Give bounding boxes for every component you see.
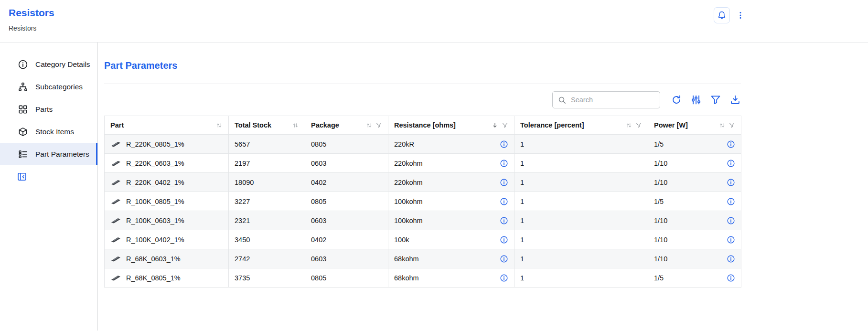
info-icon[interactable] xyxy=(500,255,508,263)
sidebar-item-part-parameters[interactable]: Part Parameters xyxy=(0,143,97,165)
package-cell: 0603 xyxy=(305,211,388,230)
sidebar-item-subcategories[interactable]: Subcategories xyxy=(0,75,97,98)
search-box[interactable] xyxy=(552,91,660,108)
search-input[interactable] xyxy=(570,96,655,104)
resistance-value: 68kohm xyxy=(394,274,419,282)
resistance-cell: 100kohm xyxy=(388,211,514,230)
column-label: Power [W] xyxy=(654,121,688,129)
table-toolbar xyxy=(104,91,741,108)
part-photo-icon xyxy=(110,236,121,243)
overflow-menu-button[interactable] xyxy=(736,9,745,21)
info-icon[interactable] xyxy=(727,159,735,168)
part-photo-icon xyxy=(110,160,121,167)
info-icon[interactable] xyxy=(727,140,735,149)
table-row[interactable]: R_100K_0402_1%34500402100k11/10 xyxy=(105,230,741,249)
sidebar-item-label: Parts xyxy=(35,105,53,114)
column-filter-icon[interactable] xyxy=(502,122,508,128)
package-cell: 0805 xyxy=(305,135,388,154)
sidebar-item-stock-items[interactable]: Stock Items xyxy=(0,120,97,143)
parts-table: PartTotal StockPackageResistance [ohms]T… xyxy=(104,116,741,288)
sidebar-item-category-details[interactable]: Category Details xyxy=(0,53,97,75)
total-stock-cell: 2197 xyxy=(229,154,305,173)
column-header-part[interactable]: Part xyxy=(105,116,229,135)
info-icon[interactable] xyxy=(500,274,508,282)
part-name: R_220K_0805_1% xyxy=(126,140,184,148)
sort-icon[interactable] xyxy=(625,122,632,129)
resistance-value: 100kohm xyxy=(394,217,423,224)
grid-icon xyxy=(18,104,28,115)
sort-icon[interactable] xyxy=(292,122,299,129)
power-value: 1/10 xyxy=(654,160,667,167)
tolerance-cell: 1 xyxy=(514,154,648,173)
sidebar-items: Category DetailsSubcategoriesPartsStock … xyxy=(0,53,97,165)
column-header-package[interactable]: Package xyxy=(305,116,388,135)
part-name: R_100K_0805_1% xyxy=(126,198,184,205)
download-icon xyxy=(729,94,741,106)
package-cell: 0805 xyxy=(305,268,388,288)
part-name: R_68K_0603_1% xyxy=(126,255,181,263)
resistance-cell: 220kohm xyxy=(388,173,514,192)
info-icon[interactable] xyxy=(727,216,735,225)
resistance-value: 100k xyxy=(394,236,409,244)
part-name: R_220K_0603_1% xyxy=(126,160,184,167)
box-icon xyxy=(18,127,28,137)
power-cell: 1/5 xyxy=(648,135,741,154)
collapse-sidebar-button[interactable] xyxy=(17,171,28,182)
info-icon[interactable] xyxy=(500,159,508,168)
column-header-power-w[interactable]: Power [W] xyxy=(648,116,741,135)
notifications-button[interactable] xyxy=(714,7,730,23)
power-value: 1/10 xyxy=(654,255,667,263)
info-icon[interactable] xyxy=(500,235,508,244)
info-icon[interactable] xyxy=(727,255,735,263)
filter-button[interactable] xyxy=(710,94,721,106)
info-icon[interactable] xyxy=(500,197,508,206)
power-cell: 1/10 xyxy=(648,230,741,249)
resistance-cell: 100kohm xyxy=(388,192,514,211)
tolerance-cell: 1 xyxy=(514,173,648,192)
list-icon xyxy=(18,149,28,160)
tolerance-cell: 1 xyxy=(514,211,648,230)
table-row[interactable]: R_100K_0805_1%32270805100kohm11/5 xyxy=(105,192,741,211)
sort-icon[interactable] xyxy=(365,122,373,129)
table-row[interactable]: R_68K_0603_1%2742060368kohm11/10 xyxy=(105,249,741,268)
column-header-tolerance-percent[interactable]: Tolerance [percent] xyxy=(514,116,648,135)
column-filter-icon[interactable] xyxy=(635,122,642,128)
resistance-cell: 220kohm xyxy=(388,154,514,173)
sort-desc-icon[interactable] xyxy=(491,121,499,129)
resistance-cell: 100k xyxy=(388,230,514,249)
info-icon[interactable] xyxy=(727,178,735,187)
table-row[interactable]: R_220K_0603_1%21970603220kohm11/10 xyxy=(105,154,741,173)
info-icon[interactable] xyxy=(727,274,735,282)
bell-icon xyxy=(717,11,727,20)
table-header-row: PartTotal StockPackageResistance [ohms]T… xyxy=(105,116,741,135)
info-icon[interactable] xyxy=(500,216,508,225)
sort-icon[interactable] xyxy=(718,122,726,129)
column-settings-button[interactable] xyxy=(690,94,702,106)
download-button[interactable] xyxy=(729,94,741,106)
sort-icon[interactable] xyxy=(215,122,223,129)
refresh-button[interactable] xyxy=(671,94,682,106)
info-icon[interactable] xyxy=(500,140,508,149)
app-window: Resistors Resistors Category DetailsSubc… xyxy=(0,0,868,331)
power-value: 1/5 xyxy=(654,198,664,205)
info-icon[interactable] xyxy=(727,197,735,206)
column-filter-icon[interactable] xyxy=(729,122,735,128)
column-header-resistance-ohms[interactable]: Resistance [ohms] xyxy=(388,116,514,135)
column-label: Package xyxy=(311,121,339,129)
table-row[interactable]: R_220K_0805_1%56570805220kR11/5 xyxy=(105,135,741,154)
table-row[interactable]: R_220K_0402_1%180900402220kohm11/10 xyxy=(105,173,741,192)
table-row[interactable]: R_68K_0805_1%3735080568kohm11/5 xyxy=(105,268,741,288)
part-photo-icon xyxy=(110,275,121,281)
tolerance-cell: 1 xyxy=(514,249,648,268)
table-row[interactable]: R_100K_0603_1%23210603100kohm11/10 xyxy=(105,211,741,230)
info-icon[interactable] xyxy=(500,178,508,187)
table-body: R_220K_0805_1%56570805220kR11/5R_220K_06… xyxy=(105,135,741,288)
column-filter-icon[interactable] xyxy=(375,122,382,128)
column-header-total-stock[interactable]: Total Stock xyxy=(229,116,305,135)
part-cell: R_68K_0603_1% xyxy=(105,249,229,268)
sidebar-item-label: Stock Items xyxy=(35,128,74,136)
info-icon[interactable] xyxy=(727,235,735,244)
sidebar-item-parts[interactable]: Parts xyxy=(0,98,97,120)
part-cell: R_220K_0805_1% xyxy=(105,135,229,154)
total-stock-cell: 5657 xyxy=(229,135,305,154)
